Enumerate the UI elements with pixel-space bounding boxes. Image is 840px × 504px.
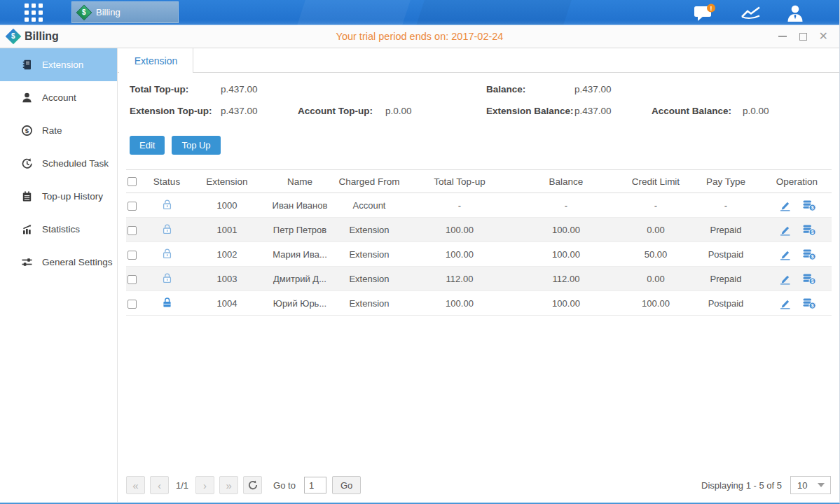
- goto-page-input[interactable]: [304, 477, 326, 493]
- column-header-total-topup: Total Top-up: [409, 176, 510, 187]
- topup-icon[interactable]: $: [802, 273, 816, 285]
- maximize-icon[interactable]: [799, 33, 807, 41]
- total-topup: 100.00: [409, 249, 510, 260]
- topbar-decoration: [416, 0, 572, 25]
- minimize-icon[interactable]: [778, 31, 787, 41]
- last-page-button[interactable]: »: [219, 476, 238, 494]
- select-all-checkbox[interactable]: [128, 177, 137, 186]
- balance-value: p.437.00: [574, 84, 652, 94]
- next-page-button[interactable]: ›: [195, 476, 214, 494]
- app-grid-icon[interactable]: [25, 4, 43, 22]
- goto-label: Go to: [273, 480, 296, 491]
- total-topup: 112.00: [409, 274, 510, 284]
- total-topup-label: Total Top-up:: [130, 84, 221, 94]
- refresh-icon[interactable]: [243, 476, 262, 494]
- table-body: 1000 Иван Иванов Account - - - - $: [126, 193, 832, 316]
- summary-panel: Total Top-up: p.437.00 Balance: p.437.00…: [118, 73, 839, 122]
- total-topup: 100.00: [409, 298, 510, 309]
- extension-name: Дмитрий Д...: [270, 274, 329, 284]
- credit-limit: 0.00: [622, 225, 689, 235]
- user-icon[interactable]: [786, 4, 804, 22]
- charged-from: Extension: [329, 274, 409, 284]
- column-header-status: Status: [150, 176, 184, 187]
- rate-icon: $: [21, 125, 33, 136]
- account-topup-label: Account Top-up:: [298, 106, 385, 116]
- statistics-icon: [21, 223, 33, 235]
- row-checkbox[interactable]: [128, 275, 137, 284]
- balance: 100.00: [510, 298, 622, 309]
- sidebar-item-general-settings[interactable]: General Settings: [0, 246, 117, 279]
- edit-icon[interactable]: [778, 298, 792, 309]
- topbar-decoration: [297, 0, 411, 25]
- extension-number: 1001: [184, 225, 270, 235]
- svg-text:$: $: [811, 254, 813, 260]
- chart-icon[interactable]: [740, 4, 764, 21]
- lock-status-icon: [161, 247, 173, 260]
- column-header-charged-from: Charged From: [329, 176, 409, 187]
- topup-icon[interactable]: $: [802, 224, 816, 236]
- window-title: Billing: [25, 30, 59, 43]
- sidebar-item-statistics[interactable]: Statistics: [0, 213, 117, 246]
- sidebar-item-account[interactable]: Account: [0, 81, 117, 114]
- extension-topup-label: Extension Top-up:: [130, 106, 221, 116]
- topup-history-icon: [21, 190, 33, 202]
- sidebar-item-rate[interactable]: $ Rate: [0, 114, 117, 147]
- column-header-name: Name: [270, 176, 329, 187]
- svg-text:!: !: [710, 4, 712, 11]
- account-icon: [21, 92, 33, 104]
- column-header-credit-limit: Credit Limit: [622, 176, 689, 187]
- table-row[interactable]: 1003 Дмитрий Д... Extension 112.00 112.0…: [126, 267, 832, 291]
- topup-icon[interactable]: $: [802, 248, 816, 260]
- lock-status-icon: [161, 198, 173, 211]
- table-row[interactable]: 1001 Петр Петров Extension 100.00 100.00…: [126, 218, 832, 242]
- first-page-button[interactable]: «: [126, 476, 145, 494]
- svg-text:$: $: [811, 205, 813, 211]
- edit-icon[interactable]: [778, 248, 792, 260]
- row-checkbox[interactable]: [128, 226, 137, 235]
- pay-type: Prepaid: [689, 274, 762, 284]
- column-header-balance: Balance: [510, 176, 622, 187]
- extension-icon: [21, 59, 33, 71]
- table-row[interactable]: 1000 Иван Иванов Account - - - - $: [126, 193, 832, 218]
- topup-icon[interactable]: $: [802, 200, 816, 211]
- edit-icon[interactable]: [778, 224, 792, 236]
- taskbar-tab-billing[interactable]: $ Billing: [71, 1, 179, 23]
- credit-limit: 100.00: [622, 298, 689, 309]
- general-settings-icon: [21, 256, 33, 268]
- charged-from: Extension: [329, 225, 409, 235]
- page-size-select[interactable]: 10: [790, 476, 831, 494]
- total-topup: 100.00: [409, 225, 510, 235]
- sidebar-item-scheduled-task[interactable]: Scheduled Task: [0, 147, 117, 180]
- extension-number: 1000: [184, 200, 270, 211]
- column-header-pay-type: Pay Type: [689, 176, 762, 187]
- sidebar-item-label: Statistics: [42, 224, 80, 234]
- main-content: Extension Total Top-up: p.437.00 Balance…: [118, 48, 839, 502]
- extension-balance-value: p.437.00: [574, 106, 652, 116]
- close-icon[interactable]: ✕: [819, 31, 828, 42]
- prev-page-button[interactable]: ‹: [150, 476, 169, 494]
- edit-icon[interactable]: [778, 273, 792, 285]
- topup-icon[interactable]: $: [802, 298, 816, 309]
- trial-notice: Your trial period ends on: 2017-02-24: [0, 31, 839, 42]
- sidebar-item-label: Rate: [42, 125, 62, 136]
- lock-status-icon: [161, 223, 173, 235]
- displaying-text: Displaying 1 - 5 of 5: [701, 480, 782, 491]
- sidebar-item-topup-history[interactable]: Top-up History: [0, 180, 117, 213]
- go-button[interactable]: Go: [332, 476, 361, 494]
- page-indicator: 1/1: [176, 480, 188, 491]
- top-up-button[interactable]: Top Up: [172, 136, 220, 155]
- page-size-value: 10: [791, 480, 807, 491]
- sidebar-item-extension[interactable]: Extension: [0, 48, 117, 81]
- row-checkbox[interactable]: [128, 300, 137, 309]
- edit-button[interactable]: Edit: [130, 136, 165, 155]
- charged-from: Account: [329, 200, 409, 211]
- sidebar-item-label: Scheduled Task: [42, 158, 109, 169]
- tab-extension[interactable]: Extension: [119, 48, 193, 73]
- row-checkbox[interactable]: [128, 251, 137, 260]
- edit-icon[interactable]: [778, 200, 792, 211]
- table-row[interactable]: 1002 Мария Ива... Extension 100.00 100.0…: [126, 242, 832, 267]
- charged-from: Extension: [329, 298, 409, 309]
- row-checkbox[interactable]: [128, 202, 137, 211]
- messages-icon[interactable]: !: [694, 4, 717, 22]
- table-row[interactable]: 1004 Юрий Юрь... Extension 100.00 100.00…: [126, 291, 832, 316]
